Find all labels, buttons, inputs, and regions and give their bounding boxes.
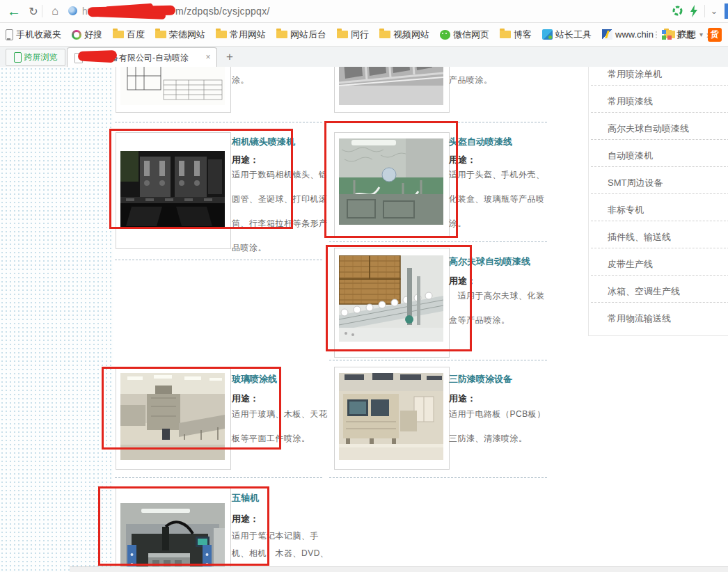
bookmark-label: 站长工具 [555, 29, 592, 41]
sidebar-item-golf-ball-lines[interactable]: 高尔夫球自动喷漆线 [608, 122, 689, 135]
sidebar-item-spray-single-machines[interactable]: 常用喷涂单机 [608, 68, 662, 81]
annotation-box-camera-lens [109, 129, 293, 229]
sidebar-divider [591, 221, 728, 221]
extensions-button[interactable]: 扩展 [676, 29, 695, 41]
product-title-link[interactable]: 头盔自动喷漆线 [449, 136, 512, 148]
reload-button[interactable]: ↻ [25, 0, 42, 22]
sidebar-item-custom-machines[interactable]: 非标专机 [608, 204, 644, 216]
extensions-caret-icon[interactable]: ▾ [699, 31, 703, 38]
annotation-box-golf-line [326, 245, 472, 351]
sidebar-item-auto-paint-machines[interactable]: 自动喷漆机 [608, 150, 653, 162]
phone-icon [14, 52, 22, 63]
tab-close-icon[interactable]: × [203, 52, 213, 62]
site-favicon [602, 29, 612, 40]
toolbar-divider [42, 5, 42, 17]
new-tab-button[interactable]: + [223, 50, 237, 64]
bookmark-haosou[interactable]: 好搜 [72, 29, 102, 41]
row-divider [115, 477, 322, 478]
cross-screen-label: 跨屏浏览 [24, 51, 58, 63]
annotation-box-glass-line [102, 367, 281, 450]
product-photo-cad-drawing [120, 67, 225, 105]
sidebar-divider [591, 139, 728, 140]
chevron-down-icon[interactable]: ⌄ [709, 7, 720, 15]
folder-icon [216, 31, 227, 38]
row-divider [329, 241, 547, 242]
product-card[interactable] [116, 67, 231, 113]
shopping-extension-icon[interactable]: 货 [708, 28, 722, 42]
bookmark-wechat-web[interactable]: 微信网页 [440, 29, 489, 41]
bookmark-folder-common-sites[interactable]: 常用网站 [216, 29, 266, 41]
bookmark-label: 好搜 [84, 29, 102, 41]
folder-icon [276, 31, 287, 38]
no-trace-icon[interactable] [672, 6, 683, 16]
bookmark-folder-peers[interactable]: 同行 [337, 29, 369, 41]
product-photo-pcb-coating [339, 373, 443, 460]
sidebar-item-paint-lines[interactable]: 常用喷漆线 [608, 95, 653, 108]
bookmark-label: 网站后台 [290, 29, 326, 41]
drag-handle-dots [656, 31, 657, 38]
bookmark-label: 手机收藏夹 [16, 29, 61, 41]
bookmark-label: 视频网站 [393, 29, 429, 41]
sidebar-item-belt-lines[interactable]: 皮带生产线 [608, 258, 653, 271]
bookmark-folder-baidu[interactable]: 百度 [113, 29, 145, 41]
bookmark-folder-rongde[interactable]: 荣德网站 [155, 29, 205, 41]
bookmark-label: 荣德网站 [169, 29, 205, 41]
sidebar-divider [591, 193, 728, 194]
bookmark-label: 百度 [127, 29, 145, 41]
dotted-background [0, 67, 113, 572]
bookmark-label: 博客 [514, 29, 532, 41]
back-button[interactable]: ← [4, 0, 24, 22]
chinaz-icon [542, 29, 553, 40]
sidebar-item-smt-equipment[interactable]: SMT周边设备 [608, 177, 663, 189]
product-description: 适用于头盔、手机外壳、 化装盒、玻璃瓶等产品喷 涂。 [449, 163, 545, 236]
extensions-icon [662, 30, 672, 40]
product-description: 适用于电路板（PCB板） 三防漆、清漆喷涂。 [449, 402, 546, 451]
bottom-scroll-strip[interactable] [70, 566, 728, 572]
folder-icon [379, 31, 390, 38]
product-description: 涂。 [232, 68, 249, 93]
bookmark-chinaz-tools[interactable]: 站长工具 [542, 29, 592, 41]
folder-icon [113, 31, 124, 38]
product-title-link[interactable]: 三防漆喷涂设备 [449, 373, 512, 386]
sidebar-divider [591, 166, 728, 167]
page-content: 涂。 产品喷涂。 [0, 67, 728, 572]
product-card[interactable] [334, 67, 450, 113]
product-photo-spray-room [339, 67, 443, 105]
folder-icon [500, 31, 511, 38]
globe-icon [68, 6, 77, 15]
category-sidebar: 常用喷涂单机 常用喷漆线 高尔夫球自动喷漆线 自动喷漆机 SMT周边设备 非标专… [588, 67, 728, 336]
bookmark-folder-site-admin[interactable]: 网站后台 [276, 29, 326, 41]
sidebar-divider [591, 302, 728, 303]
row-divider [329, 360, 547, 360]
sidebar-item-insert-conveyor-lines[interactable]: 插件线、输送线 [608, 231, 671, 244]
bookmark-www-chin[interactable]: www.chin [602, 29, 654, 40]
speed-mode-icon[interactable] [689, 5, 699, 17]
sidebar-item-logistics-conveyor-lines[interactable]: 常用物流输送线 [608, 312, 671, 325]
sidebar-divider [591, 85, 728, 86]
row-divider [115, 260, 322, 260]
sidebar-divider [591, 248, 728, 248]
folder-icon [337, 31, 348, 38]
home-button[interactable]: ⌂ [46, 0, 64, 22]
bookmark-label: www.chin [615, 29, 654, 40]
product-description: 产品喷涂。 [449, 68, 493, 93]
bookmark-folder-blog[interactable]: 博客 [500, 29, 532, 41]
bookmark-folder-video-sites[interactable]: 视频网站 [379, 29, 429, 41]
toolbar-divider [704, 5, 705, 17]
folder-icon [155, 31, 166, 38]
row-divider [329, 477, 547, 478]
annotation-box-five-axis [98, 486, 269, 566]
bookmarks-bar: 手机收藏夹 好搜 百度 荣德网站 常用网站 网站后台 同行 视频网站 微信网页 … [0, 23, 728, 47]
bookmark-label: 微信网页 [453, 29, 489, 41]
sidebar-divider [591, 275, 728, 276]
cross-screen-browse-button[interactable]: 跨屏浏览 [6, 49, 65, 66]
wechat-icon [440, 30, 450, 40]
annotation-box-helmet-line [324, 121, 458, 238]
row-divider [115, 122, 322, 122]
product-card[interactable] [334, 367, 450, 470]
url-path[interactable]: m/zdpqsb/cysjcppqx/ [175, 6, 270, 17]
sidebar-item-fridge-ac-lines[interactable]: 冰箱、空调生产线 [608, 285, 680, 298]
search-button-edge[interactable] [725, 3, 728, 19]
bookmark-mobile-favorites[interactable]: 手机收藏夹 [6, 29, 61, 41]
browser-toolbar: ← ↻ ⌂ http:// m/zdpqsb/cysjcppqx/ ⌄ [0, 0, 728, 23]
